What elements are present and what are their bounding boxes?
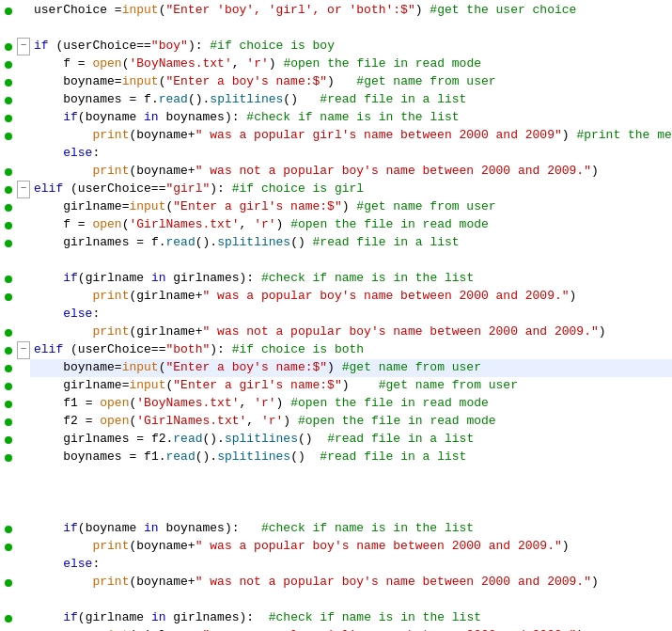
collapse-toggle[interactable]: − xyxy=(17,181,30,198)
gutter-indicator xyxy=(0,520,17,538)
gutter-indicator xyxy=(0,73,17,91)
code-line: boynames = f.read().splitlines() #read f… xyxy=(0,91,672,109)
code-text: elif (userChoice=="both"): #if choice is… xyxy=(30,341,672,359)
gutter-indicator xyxy=(0,234,17,252)
code-text xyxy=(30,466,672,484)
code-text: girlname=input("Enter a girl's name:$") … xyxy=(30,198,672,216)
gutter-dot xyxy=(5,615,12,623)
gutter-indicator xyxy=(0,574,17,592)
gutter-indicator xyxy=(0,466,17,484)
code-line: f2 = open('GirlNames.txt', 'r') #open th… xyxy=(0,413,672,431)
code-line: print(boyname+" was a popular boy's name… xyxy=(0,538,672,556)
gutter-dot xyxy=(5,526,12,533)
code-text: print(girlname+" was a popular boy's nam… xyxy=(30,288,672,306)
gutter-dot xyxy=(5,347,12,355)
code-line xyxy=(0,466,672,484)
gutter-indicator xyxy=(0,288,17,306)
code-editor[interactable]: userChoice =input("Enter 'boy', 'girl', … xyxy=(0,0,672,631)
gutter-dot xyxy=(5,222,12,229)
code-line: else: xyxy=(0,306,672,323)
gutter-indicator xyxy=(0,109,17,127)
gutter-indicator xyxy=(0,341,17,359)
gutter-dot xyxy=(5,204,12,212)
gutter-indicator xyxy=(0,395,17,413)
code-text: girlname=input("Enter a girl's name:$") … xyxy=(30,377,672,395)
code-text: if(boyname in boynames): #check if name … xyxy=(30,520,672,538)
code-text: if(girlname in girlnames): #check if nam… xyxy=(30,609,672,627)
code-line: f = open('BoyNames.txt', 'r') #open the … xyxy=(0,55,672,73)
gutter-indicator xyxy=(0,127,17,145)
gutter-indicator xyxy=(0,609,17,627)
code-text xyxy=(30,20,672,38)
gutter-dot xyxy=(5,418,12,426)
code-line: if(boyname in boynames): #check if name … xyxy=(0,109,672,127)
gutter-dot xyxy=(5,383,12,390)
gutter-indicator xyxy=(0,484,17,502)
code-text xyxy=(30,502,672,520)
code-text: else: xyxy=(30,306,672,323)
gutter-indicator xyxy=(0,2,17,20)
code-line: −elif (userChoice=="girl"): #if choice i… xyxy=(0,181,672,198)
gutter-indicator xyxy=(0,55,17,73)
code-text: print(boyname+" was not a popular boy's … xyxy=(30,163,672,181)
code-text: print(boyname+" was a popular girl's nam… xyxy=(30,127,672,145)
code-line xyxy=(0,252,672,270)
gutter-dot xyxy=(5,579,12,587)
code-text: f1 = open('BoyNames.txt', 'r') #open the… xyxy=(30,395,672,413)
gutter-indicator xyxy=(0,502,17,520)
gutter-indicator xyxy=(0,359,17,377)
gutter-indicator xyxy=(0,163,17,181)
code-text: userChoice =input("Enter 'boy', 'girl', … xyxy=(30,2,672,20)
code-line: print(boyname+" was a popular girl's nam… xyxy=(0,127,672,145)
gutter-indicator xyxy=(0,181,17,198)
code-text: elif (userChoice=="girl"): #if choice is… xyxy=(30,181,672,198)
collapse-toggle[interactable]: − xyxy=(17,38,30,55)
code-line: boyname=input("Enter a boy's name:$") #g… xyxy=(0,73,672,91)
gutter-indicator xyxy=(0,38,17,55)
gutter-indicator xyxy=(0,431,17,449)
code-text: if(girlname in girlnames): #check if nam… xyxy=(30,270,672,288)
code-text: f = open('GirlNames.txt', 'r') #open the… xyxy=(30,216,672,234)
code-line: else: xyxy=(0,556,672,574)
code-text: f = open('BoyNames.txt', 'r') #open the … xyxy=(30,55,672,73)
code-line: boynames = f1.read().splitlines() #read … xyxy=(0,449,672,466)
code-line: f = open('GirlNames.txt', 'r') #open the… xyxy=(0,216,672,234)
code-text: boynames = f.read().splitlines() #read f… xyxy=(30,91,672,109)
code-text: else: xyxy=(30,145,672,163)
code-text: print(boyname+" was a popular boy's name… xyxy=(30,538,672,556)
collapse-toggle[interactable]: − xyxy=(17,341,30,359)
gutter-indicator xyxy=(0,323,17,341)
gutter-dot xyxy=(5,133,12,140)
code-text xyxy=(30,252,672,270)
gutter-dot xyxy=(5,293,12,301)
gutter-indicator xyxy=(0,449,17,466)
code-line: userChoice =input("Enter 'boy', 'girl', … xyxy=(0,2,672,20)
code-line: girlnames = f2.read().splitlines() #read… xyxy=(0,431,672,449)
code-text: print(boyname+" was not a popular boy's … xyxy=(30,574,672,592)
gutter-indicator xyxy=(0,592,17,609)
code-line xyxy=(0,20,672,38)
gutter-dot xyxy=(5,79,12,87)
gutter-indicator xyxy=(0,252,17,270)
gutter-indicator xyxy=(0,145,17,163)
gutter-dot xyxy=(5,436,12,444)
code-text xyxy=(30,484,672,502)
gutter-indicator xyxy=(0,91,17,109)
gutter-dot xyxy=(5,168,12,176)
code-line: print(boyname+" was not a popular boy's … xyxy=(0,163,672,181)
code-text: boyname=input("Enter a boy's name:$") #g… xyxy=(30,73,672,91)
gutter-dot xyxy=(5,97,12,104)
gutter-indicator xyxy=(0,538,17,556)
gutter-dot xyxy=(5,115,12,122)
code-line xyxy=(0,484,672,502)
gutter-dot xyxy=(5,401,12,408)
code-line: if(boyname in boynames): #check if name … xyxy=(0,520,672,538)
code-line xyxy=(0,592,672,609)
gutter-indicator xyxy=(0,20,17,38)
code-line: −if (userChoice=="boy"): #if choice is b… xyxy=(0,38,672,55)
gutter-indicator xyxy=(0,413,17,431)
code-text: else: xyxy=(30,556,672,574)
code-line: −elif (userChoice=="both"): #if choice i… xyxy=(0,341,672,359)
code-text: boyname=input("Enter a boy's name:$") #g… xyxy=(30,359,672,377)
code-text: boynames = f1.read().splitlines() #read … xyxy=(30,449,672,466)
